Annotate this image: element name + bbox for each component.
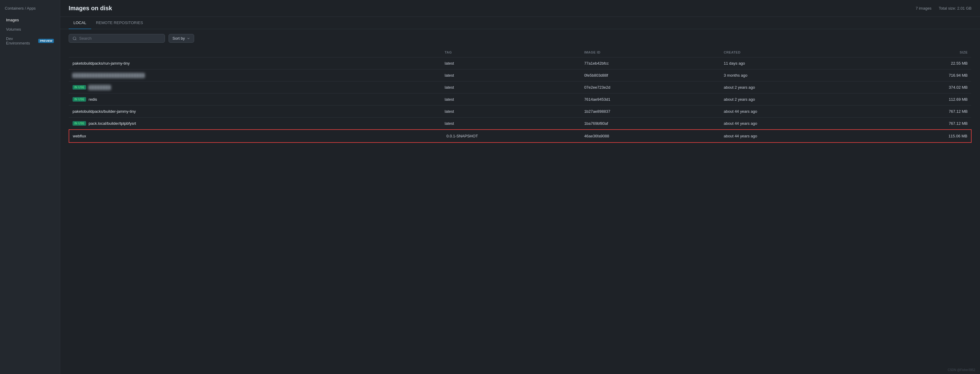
preview-badge: PREVIEW	[38, 39, 54, 43]
images-label: Images	[6, 18, 19, 22]
image-tag: latest	[441, 117, 581, 130]
chevron-down-icon	[187, 37, 190, 40]
image-tag: latest	[441, 70, 581, 81]
page-title: Images on disk	[68, 5, 112, 12]
image-name: webflux	[73, 134, 86, 138]
sort-label: Sort by	[172, 36, 185, 41]
table-row[interactable]: IN USE████████latest07e2ee723e2dabout 2 …	[69, 81, 971, 94]
tab-remote-repositories[interactable]: REMOTE REPOSITORIES	[91, 17, 148, 29]
svg-point-0	[73, 37, 76, 40]
search-icon	[73, 36, 77, 41]
sidebar-app-title: Containers / Apps	[0, 3, 60, 15]
image-name-cell: IN USEpack.local/builder/tptpbfysrt	[73, 121, 438, 126]
image-id: 1b27ae898837	[581, 106, 720, 117]
image-tag: latest	[441, 106, 581, 117]
image-name-cell: paketobuildpacks/builder-jammy-tiny	[73, 109, 438, 114]
image-created: 11 days ago	[720, 57, 860, 70]
in-use-badge: IN USE	[73, 85, 86, 90]
image-size: 22.55 MB	[860, 57, 971, 70]
sidebar-item-dev-environments[interactable]: Dev Environments PREVIEW	[1, 34, 59, 48]
table-row[interactable]: ██████████████████████████latest0fe5b803…	[69, 70, 971, 81]
image-tag: latest	[441, 81, 581, 94]
header: Images on disk 7 images Total size: 2.01…	[60, 0, 980, 17]
image-id: 7614ae9453d1	[581, 94, 720, 106]
col-header-tag: TAG	[441, 48, 581, 57]
image-name: ██████████████████████████	[73, 73, 145, 78]
volumes-label: Volumes	[6, 27, 21, 32]
image-size: 767.12 MB	[860, 106, 971, 117]
image-id: 07e2ee723e2d	[581, 81, 720, 94]
image-name: ████████	[89, 85, 111, 90]
sort-button[interactable]: Sort by	[169, 34, 194, 43]
table-row[interactable]: webflux0.0.1-SNAPSHOT46ae36fa9088about 4…	[69, 130, 971, 143]
image-created: 3 months ago	[720, 70, 860, 81]
image-created: about 2 years ago	[720, 94, 860, 106]
image-tag: 0.0.1-SNAPSHOT	[441, 130, 581, 143]
image-size: 767.12 MB	[860, 117, 971, 130]
sidebar-item-volumes[interactable]: Volumes	[1, 25, 59, 34]
table-row[interactable]: paketobuildpacks/builder-jammy-tinylates…	[69, 106, 971, 117]
image-name: redis	[89, 97, 97, 101]
col-header-created: CREATED	[720, 48, 860, 57]
image-name: paketobuildpacks/builder-jammy-tiny	[73, 109, 136, 114]
tab-local[interactable]: LOCAL	[68, 17, 91, 29]
footer-credit: CSDN @Fisher3952	[948, 368, 975, 372]
tabs: LOCAL REMOTE REPOSITORIES	[60, 17, 980, 29]
main-content: Images on disk 7 images Total size: 2.01…	[60, 0, 980, 374]
search-input[interactable]	[79, 36, 161, 41]
in-use-badge: IN USE	[73, 97, 86, 101]
table-body: paketobuildpacks/run-jammy-tinylatest77a…	[69, 57, 971, 143]
table-row[interactable]: IN USEredislatest7614ae9453d1about 2 yea…	[69, 94, 971, 106]
in-use-badge: IN USE	[73, 121, 86, 126]
image-size: 112.69 MB	[860, 94, 971, 106]
image-size: 374.02 MB	[860, 81, 971, 94]
table-header: TAG IMAGE ID CREATED SIZE	[69, 48, 971, 57]
image-created: about 44 years ago	[720, 130, 860, 143]
sidebar: Containers / Apps Images Volumes Dev Env…	[0, 0, 60, 374]
image-tag: latest	[441, 57, 581, 70]
col-header-image-id: IMAGE ID	[581, 48, 720, 57]
table-row[interactable]: paketobuildpacks/run-jammy-tinylatest77a…	[69, 57, 971, 70]
image-id: 77a1eb42bfcc	[581, 57, 720, 70]
image-count: 7 images	[916, 6, 932, 11]
image-id: 46ae36fa9088	[581, 130, 720, 143]
images-table: TAG IMAGE ID CREATED SIZE paketobuildpac…	[68, 48, 972, 143]
image-name-cell: IN USEredis	[73, 97, 438, 101]
image-tag: latest	[441, 94, 581, 106]
image-id: 1ba769bf80af	[581, 117, 720, 130]
image-name-cell: ██████████████████████████	[73, 73, 438, 78]
image-created: about 44 years ago	[720, 117, 860, 130]
image-name-cell: IN USE████████	[73, 85, 438, 90]
image-name: paketobuildpacks/run-jammy-tiny	[73, 61, 130, 65]
image-name-cell: webflux	[73, 134, 438, 138]
image-name-cell: paketobuildpacks/run-jammy-tiny	[73, 61, 438, 65]
image-created: about 2 years ago	[720, 81, 860, 94]
search-box[interactable]	[68, 34, 165, 43]
table-container: TAG IMAGE ID CREATED SIZE paketobuildpac…	[60, 48, 980, 374]
toolbar: Sort by	[60, 29, 980, 48]
sidebar-item-images[interactable]: Images	[1, 15, 59, 25]
col-header-name	[69, 48, 441, 57]
image-size: 115.06 MB	[860, 130, 971, 143]
svg-line-1	[76, 39, 76, 40]
col-header-size: SIZE	[860, 48, 971, 57]
image-id: 0fe5b803d88f	[581, 70, 720, 81]
image-size: 716.94 MB	[860, 70, 971, 81]
table-row[interactable]: IN USEpack.local/builder/tptpbfysrtlates…	[69, 117, 971, 130]
image-created: about 44 years ago	[720, 106, 860, 117]
dev-env-label: Dev Environments	[6, 36, 36, 45]
total-size: Total size: 2.01 GB	[939, 6, 972, 11]
header-meta: 7 images Total size: 2.01 GB	[916, 6, 972, 11]
image-name: pack.local/builder/tptpbfysrt	[89, 121, 136, 126]
